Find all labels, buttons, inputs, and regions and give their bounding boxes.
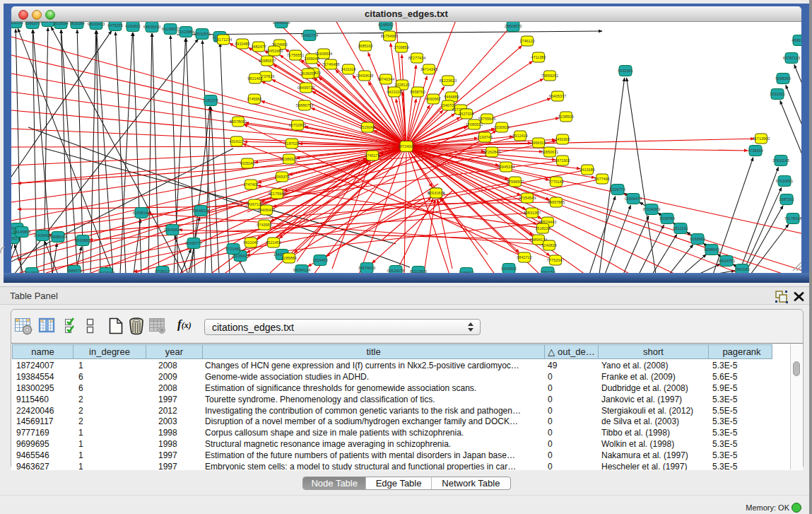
svg-text:5466889: 5466889 bbox=[444, 95, 459, 99]
svg-text:31713900: 31713900 bbox=[753, 136, 770, 141]
svg-text:1627204: 1627204 bbox=[459, 112, 473, 116]
svg-text:77752047: 77752047 bbox=[547, 258, 564, 262]
svg-text:98084124: 98084124 bbox=[293, 268, 310, 272]
svg-text:71746488: 71746488 bbox=[322, 62, 339, 66]
svg-text:82175946: 82175946 bbox=[269, 192, 286, 196]
svg-text:7816184: 7816184 bbox=[69, 22, 84, 25]
svg-text:02606474: 02606474 bbox=[625, 197, 642, 201]
svg-text:15451680: 15451680 bbox=[266, 49, 283, 53]
svg-text:5240824: 5240824 bbox=[541, 243, 556, 247]
svg-text:97848018: 97848018 bbox=[273, 22, 290, 25]
svg-text:8708317: 8708317 bbox=[155, 269, 170, 273]
svg-text:51850671: 51850671 bbox=[541, 150, 558, 154]
svg-text:4316117: 4316117 bbox=[229, 139, 244, 144]
svg-text:81754965: 81754965 bbox=[381, 34, 398, 38]
svg-text:75869261: 75869261 bbox=[541, 74, 558, 78]
svg-text:4738299: 4738299 bbox=[748, 148, 763, 153]
svg-text:1615594: 1615594 bbox=[53, 22, 68, 25]
svg-text:1969379: 1969379 bbox=[274, 175, 289, 179]
svg-text:7991183: 7991183 bbox=[734, 267, 749, 271]
svg-text:3158692: 3158692 bbox=[459, 271, 473, 273]
svg-text:9600133: 9600133 bbox=[11, 22, 23, 25]
svg-text:00524278: 00524278 bbox=[387, 269, 404, 273]
svg-text:67010651: 67010651 bbox=[776, 179, 793, 183]
svg-text:1399049: 1399049 bbox=[304, 57, 319, 61]
svg-text:4745171: 4745171 bbox=[365, 153, 379, 158]
svg-text:79740344: 79740344 bbox=[377, 77, 394, 81]
svg-text:62386922: 62386922 bbox=[281, 157, 298, 161]
svg-text:4060883: 4060883 bbox=[75, 238, 90, 243]
svg-text:81223623: 81223623 bbox=[440, 78, 457, 83]
svg-text:51462704: 51462704 bbox=[301, 33, 318, 37]
svg-text:1745961: 1745961 bbox=[247, 97, 261, 101]
svg-text:13171274: 13171274 bbox=[215, 37, 232, 42]
svg-text:96532871: 96532871 bbox=[194, 32, 211, 36]
svg-text:1031051: 1031051 bbox=[770, 92, 784, 96]
svg-text:34957885: 34957885 bbox=[548, 200, 565, 204]
svg-text:6204505: 6204505 bbox=[501, 267, 516, 271]
svg-text:6475255: 6475255 bbox=[107, 23, 122, 28]
svg-text:80831367: 80831367 bbox=[524, 211, 541, 215]
svg-text:96405377: 96405377 bbox=[549, 94, 566, 98]
svg-text:65648236: 65648236 bbox=[192, 209, 209, 213]
svg-text:8677496: 8677496 bbox=[594, 177, 609, 181]
svg-text:37631165: 37631165 bbox=[772, 158, 789, 163]
svg-text:2260256: 2260256 bbox=[540, 270, 555, 273]
svg-text:5158506: 5158506 bbox=[558, 115, 573, 119]
svg-text:9636057: 9636057 bbox=[300, 71, 315, 76]
svg-text:76945314: 76945314 bbox=[498, 165, 514, 169]
svg-text:7917693: 7917693 bbox=[24, 271, 39, 273]
svg-text:55886753: 55886753 bbox=[296, 103, 313, 107]
svg-text:71756551: 71756551 bbox=[287, 53, 304, 57]
svg-text:55698169: 55698169 bbox=[49, 235, 66, 239]
svg-text:72423884: 72423884 bbox=[177, 30, 194, 34]
svg-text:7770143: 7770143 bbox=[548, 180, 563, 184]
svg-text:8421020: 8421020 bbox=[387, 90, 401, 94]
svg-text:5430391: 5430391 bbox=[618, 69, 632, 73]
svg-text:9521456: 9521456 bbox=[266, 240, 281, 245]
svg-text:0932480: 0932480 bbox=[235, 42, 249, 46]
svg-text:9421047: 9421047 bbox=[243, 240, 258, 245]
svg-text:5098393: 5098393 bbox=[775, 76, 790, 81]
svg-text:1491905: 1491905 bbox=[555, 137, 570, 141]
svg-text:9743953: 9743953 bbox=[257, 223, 271, 227]
svg-text:76320163: 76320163 bbox=[98, 271, 114, 273]
svg-text:34874016: 34874016 bbox=[358, 266, 375, 270]
svg-text:32931839: 32931839 bbox=[428, 191, 445, 195]
svg-text:3387262: 3387262 bbox=[779, 197, 794, 201]
svg-text:3747407: 3747407 bbox=[243, 182, 258, 187]
svg-text:6193990: 6193990 bbox=[690, 237, 705, 241]
svg-text:53755646: 53755646 bbox=[478, 117, 495, 121]
svg-text:34624751: 34624751 bbox=[718, 259, 735, 263]
svg-text:9821465: 9821465 bbox=[247, 76, 262, 81]
svg-text:3285884: 3285884 bbox=[281, 256, 296, 260]
svg-text:80112805: 80112805 bbox=[410, 269, 427, 273]
svg-text:62702895: 62702895 bbox=[289, 123, 306, 127]
svg-text:61595148: 61595148 bbox=[133, 211, 150, 215]
svg-text:6690967: 6690967 bbox=[425, 97, 440, 101]
svg-text:1326773: 1326773 bbox=[610, 187, 625, 192]
svg-text:0330923: 0330923 bbox=[494, 125, 509, 129]
svg-text:57262849: 57262849 bbox=[483, 150, 500, 154]
svg-text:4192832: 4192832 bbox=[125, 24, 140, 28]
svg-text:1746120: 1746120 bbox=[519, 39, 534, 43]
svg-text:9413186: 9413186 bbox=[579, 168, 594, 172]
svg-text:8386379: 8386379 bbox=[25, 22, 40, 25]
svg-text:3529042: 3529042 bbox=[360, 125, 375, 129]
svg-text:1671902: 1671902 bbox=[555, 158, 570, 163]
svg-text:5009788: 5009788 bbox=[659, 216, 674, 221]
svg-text:34714345: 34714345 bbox=[420, 67, 437, 71]
svg-text:60385977: 60385977 bbox=[259, 59, 276, 63]
svg-text:64835030: 64835030 bbox=[143, 25, 160, 29]
svg-text:7889579: 7889579 bbox=[66, 269, 81, 273]
svg-text:4966319: 4966319 bbox=[531, 141, 546, 145]
svg-text:4711382: 4711382 bbox=[531, 55, 546, 59]
svg-text:7182278: 7182278 bbox=[203, 98, 218, 103]
svg-text:4896383: 4896383 bbox=[792, 38, 801, 42]
svg-text:3518233: 3518233 bbox=[535, 226, 550, 230]
svg-text:37996507: 37996507 bbox=[507, 180, 524, 184]
svg-text:18724007: 18724007 bbox=[398, 144, 415, 148]
svg-text:1824493: 1824493 bbox=[312, 258, 327, 262]
svg-text:36995777: 36995777 bbox=[185, 241, 202, 245]
svg-text:2421024: 2421024 bbox=[341, 67, 355, 71]
